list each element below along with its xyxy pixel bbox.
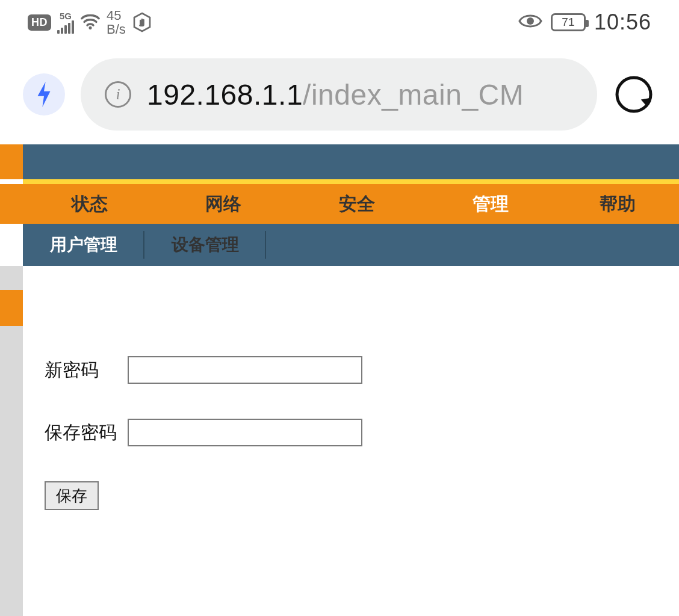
subnav-device-management[interactable]: 设备管理: [144, 224, 266, 266]
network-speed: 45 B/s: [107, 8, 126, 36]
url-path: /index_main_CM: [303, 79, 524, 111]
eye-icon: [518, 13, 542, 32]
url-host: 192.168.1.1: [147, 79, 303, 111]
clock: 10:56: [594, 10, 651, 35]
router-header-band: [0, 144, 679, 179]
sub-nav: 用户管理 设备管理: [23, 224, 679, 266]
svg-point-0: [88, 26, 91, 29]
mobile-status-bar: HD 5G 45 B/s 71 10:56: [0, 0, 679, 45]
amp-badge-button[interactable]: [23, 73, 65, 116]
router-admin-page: 状态 网络 安全 管理 帮助 用户管理 设备管理 新密码 保存密码 保存: [0, 144, 679, 616]
refresh-button[interactable]: [613, 73, 655, 116]
url-text: 192.168.1.1/index_main_CM: [147, 78, 524, 111]
password-form: 新密码 保存密码 保存: [23, 266, 679, 616]
new-password-input[interactable]: [128, 356, 362, 384]
nav-help[interactable]: 帮助: [557, 184, 678, 224]
hand-block-icon: [132, 12, 152, 32]
main-nav: 状态 网络 安全 管理 帮助: [0, 184, 679, 224]
svg-point-3: [617, 78, 651, 111]
confirm-password-label: 保存密码: [45, 420, 128, 445]
hd-badge: HD: [28, 14, 51, 31]
network-tech-label: 5G: [60, 11, 72, 20]
subnav-user-management[interactable]: 用户管理: [23, 224, 144, 266]
nav-management[interactable]: 管理: [424, 184, 557, 224]
cellular-signal: 5G: [57, 11, 74, 34]
wifi-icon: [80, 12, 101, 32]
left-rail: [0, 266, 23, 616]
battery-percent: 71: [562, 16, 574, 29]
browser-toolbar: i 192.168.1.1/index_main_CM: [0, 45, 679, 144]
url-bar[interactable]: i 192.168.1.1/index_main_CM: [81, 58, 597, 131]
accent-strip: [23, 179, 679, 184]
speed-value: 45: [107, 8, 126, 22]
speed-unit: B/s: [107, 22, 126, 36]
save-button[interactable]: 保存: [45, 481, 99, 510]
nav-security[interactable]: 安全: [290, 184, 424, 224]
confirm-password-input[interactable]: [128, 419, 362, 446]
new-password-label: 新密码: [45, 358, 128, 383]
battery-indicator: 71: [551, 13, 586, 31]
nav-network[interactable]: 网络: [157, 184, 290, 224]
site-info-icon[interactable]: i: [105, 81, 131, 108]
nav-status[interactable]: 状态: [23, 184, 157, 224]
svg-point-2: [527, 17, 534, 25]
left-rail-marker: [0, 290, 23, 326]
signal-bars-icon: [57, 20, 74, 34]
